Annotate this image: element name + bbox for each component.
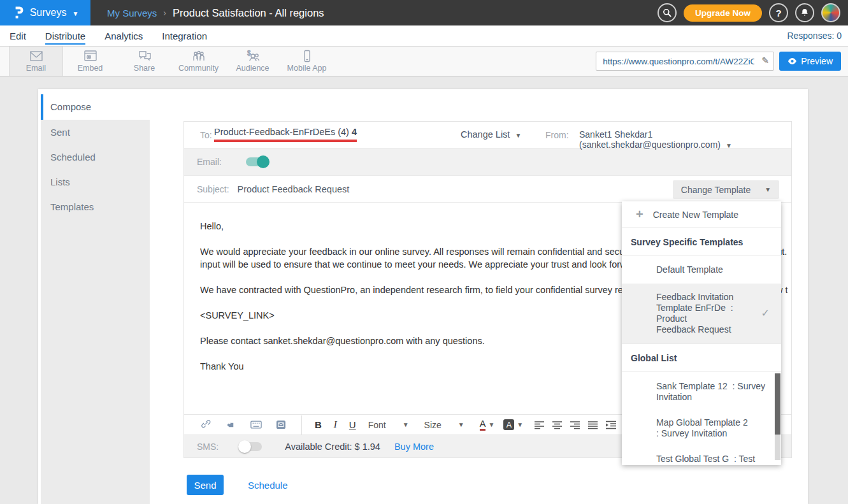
change-template-button[interactable]: Change Template ▼ [673,180,779,199]
underline-button[interactable]: U [349,419,356,430]
to-label: To: [200,130,212,140]
keyboard-icon[interactable] [250,421,262,429]
align-right-icon[interactable] [570,421,580,429]
subject-label: Subject: [197,184,229,194]
align-left-icon[interactable] [535,421,544,429]
create-new-template-item[interactable]: + Create New Template [622,201,781,228]
survey-url-input[interactable] [596,52,774,71]
font-select[interactable]: Font▼ [368,420,409,430]
tab-integration[interactable]: Integration [162,27,207,45]
breadcrumb: My Surveys › Product Satisfaction - All … [107,7,324,19]
tab-edit[interactable]: Edit [10,27,26,45]
insert-link-icon[interactable] [201,420,212,429]
size-select[interactable]: Size▼ [424,420,464,430]
channel-email[interactable]: Email [9,47,63,76]
bell-icon [800,8,810,18]
responses-count[interactable]: Responses: 0 [787,31,848,41]
align-justify-icon[interactable] [588,421,598,429]
background-color-button[interactable]: A▼ [503,419,523,430]
create-new-template-label: Create New Template [653,210,738,220]
chevron-down-icon: ▼ [458,421,464,428]
subject-input[interactable]: Product Feedback Request [238,184,350,194]
template-item-feedback-invitation[interactable]: Feedback Invitation Template EnFrDe : Pr… [622,284,781,343]
template-item-sank-12[interactable]: Sank Template 12 : Survey Invitation [622,372,781,408]
from-sender-dropdown[interactable]: Sanket1 Shekdar1 (sanket.shekdar@questio… [579,129,791,150]
buy-more-link[interactable]: Buy More [394,442,434,452]
template-item-default[interactable]: Default Template [622,256,781,284]
change-template-menu: + Create New Template Survey Specific Te… [622,201,781,465]
text-color-button[interactable]: A▼ [480,419,495,431]
toggle-knob [238,440,251,453]
channel-audience[interactable]: $ Audience [226,47,280,76]
sidebar-item-lists[interactable]: Lists [41,169,150,194]
channel-mobile-app[interactable]: Mobile App [280,47,334,76]
italic-button[interactable]: I [334,419,337,430]
align-center-icon[interactable] [552,421,562,429]
eye-icon [787,57,797,65]
tab-distribute[interactable]: Distribute [45,27,85,45]
search-button[interactable] [658,3,677,22]
email-toggle-label: Email: [197,157,222,167]
global-list-header: Global List [622,344,781,372]
font-select-label: Font [368,420,386,430]
avatar[interactable] [821,3,840,22]
upgrade-now-button[interactable]: Upgrade Now [684,4,762,22]
survey-link-group: ✎ Preview [596,47,848,76]
global-templates-scroll-area[interactable]: Sank Template 12 : Survey Invitation Map… [622,372,781,465]
schedule-link[interactable]: Schedule [248,480,288,491]
email-icon [29,50,44,62]
embed-image-icon[interactable] [276,420,286,429]
notifications-button[interactable] [795,3,814,22]
available-credit: Available Credit: $ 1.94 [285,442,380,452]
sidebar-item-sent[interactable]: Sent [41,120,150,145]
template-item-label: Feedback Invitation Template EnFrDe : Pr… [656,292,736,335]
channel-community[interactable]: Community [171,47,226,76]
channel-share[interactable]: Share [117,47,171,76]
channel-embed[interactable]: Embed [63,47,117,76]
search-icon [662,8,672,18]
bold-button[interactable]: B [315,419,322,430]
merge-tag-icon[interactable] [226,420,236,429]
scrollbar-thumb[interactable] [775,373,780,435]
chevron-down-icon: ▼ [403,421,409,428]
chevron-down-icon: ▼ [765,186,771,193]
plus-icon: + [636,207,643,222]
sidebar-item-compose[interactable]: Compose [41,94,150,120]
chevron-down-icon: ▼ [726,142,732,149]
change-list-dropdown[interactable]: Change List▼ [461,129,521,140]
send-button[interactable]: Send [187,475,224,495]
survey-url-box: ✎ [596,52,774,71]
send-actions: Send Schedule [187,475,288,495]
embed-icon [83,50,98,62]
text-color-glyph: A [480,419,486,431]
chevron-down-icon: ▼ [488,421,494,428]
toolbar-divider [301,415,302,435]
breadcrumb-my-surveys[interactable]: My Surveys [107,8,157,18]
size-select-label: Size [424,420,442,430]
channel-community-label: Community [178,64,219,73]
distribute-channel-bar: Email Embed Share Community $ Audience M… [0,47,848,76]
tab-analytics[interactable]: Analytics [104,27,143,45]
template-item-test-global[interactable]: Test Global Test G : Test RAA G [622,445,781,465]
sidebar-item-scheduled[interactable]: Scheduled [41,145,150,169]
email-toggle[interactable] [246,157,268,166]
indent-icon[interactable] [606,421,616,429]
questionpro-logo-icon [12,6,24,20]
audience-icon: $ [245,50,261,62]
share-icon [137,50,152,62]
help-button[interactable]: ? [769,3,788,22]
selected-list[interactable]: Product-Feedback-EnFrDeEs (4)4 [214,127,357,142]
preview-button[interactable]: Preview [779,52,841,71]
product-switcher[interactable]: Surveys ▼ [0,0,90,25]
channel-email-label: Email [26,64,46,73]
chevron-down-icon: ▼ [515,132,521,139]
sms-toggle[interactable] [240,442,262,451]
sidebar-item-templates[interactable]: Templates [41,194,150,219]
edit-url-icon[interactable]: ✎ [761,55,769,66]
survey-nav: Edit Distribute Analytics Integration Re… [0,25,848,47]
breadcrumb-separator: › [163,8,166,18]
toggle-knob [257,155,269,168]
change-list-label: Change List [461,129,510,140]
checkmark-icon: ✓ [761,308,770,319]
template-item-map-global-2[interactable]: Map Global Template 2 : Survey Invitatio… [622,408,781,445]
